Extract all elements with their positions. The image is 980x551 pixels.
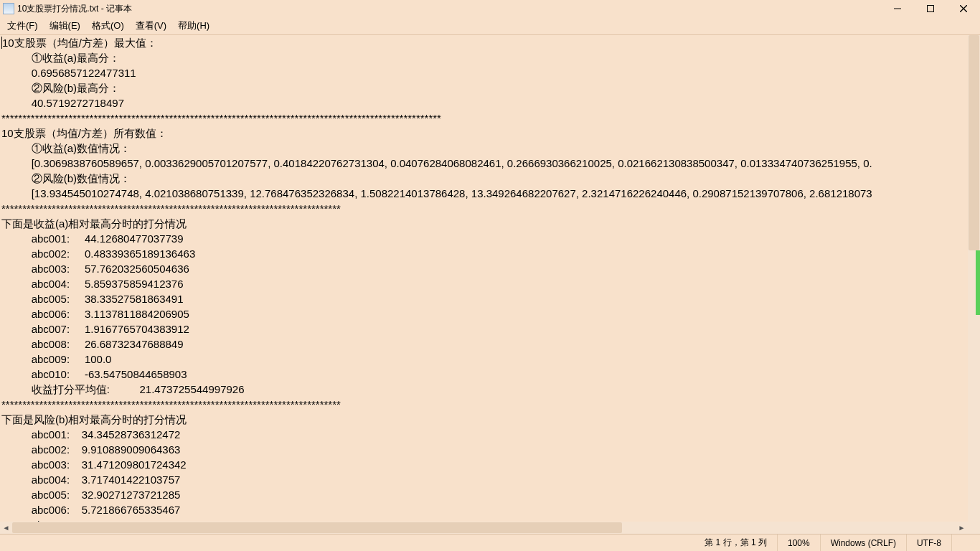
scroll-corner (968, 522, 980, 534)
status-encoding: UTF-8 (906, 534, 951, 551)
titlebar: 10支股票打分情况.txt - 记事本 (0, 0, 980, 17)
svg-rect-1 (928, 6, 934, 12)
statusbar: 第 1 行，第 1 列 100% Windows (CRLF) UTF-8 (0, 534, 980, 551)
menu-edit[interactable]: 编辑(E) (44, 18, 86, 34)
status-position: 第 1 行，第 1 列 (694, 534, 777, 551)
horizontal-scroll-thumb[interactable] (12, 522, 622, 533)
menubar: 文件(F) 编辑(E) 格式(O) 查看(V) 帮助(H) (0, 17, 980, 34)
vertical-scrollbar[interactable] (968, 35, 980, 522)
editor-content[interactable]: 10支股票（均值/方差）最大值： ①收益(a)最高分： 0.6956857122… (0, 35, 968, 522)
close-button[interactable] (947, 0, 980, 17)
window-buttons (881, 0, 980, 17)
horizontal-scrollbar[interactable]: ◄ ► (0, 522, 968, 534)
status-line-ending: Windows (CRLF) (820, 534, 906, 551)
minimize-button[interactable] (881, 0, 914, 17)
text-editor[interactable]: 10支股票（均值/方差）最大值： ①收益(a)最高分： 0.6956857122… (0, 35, 968, 522)
scroll-left-icon[interactable]: ◄ (0, 522, 12, 534)
notepad-icon (3, 3, 14, 14)
status-zoom: 100% (777, 534, 820, 551)
vertical-scroll-thumb[interactable] (969, 35, 979, 250)
menu-format[interactable]: 格式(O) (86, 18, 130, 34)
menu-help[interactable]: 帮助(H) (172, 18, 215, 34)
scroll-indicator (976, 250, 980, 315)
scroll-right-icon[interactable]: ► (956, 522, 968, 534)
menu-view[interactable]: 查看(V) (130, 18, 172, 34)
menu-file[interactable]: 文件(F) (1, 18, 44, 34)
editor-wrap: 10支股票（均值/方差）最大值： ①收益(a)最高分： 0.6956857122… (0, 34, 980, 534)
maximize-button[interactable] (914, 0, 947, 17)
status-pad (951, 534, 980, 551)
window-title: 10支股票打分情况.txt - 记事本 (17, 3, 881, 15)
